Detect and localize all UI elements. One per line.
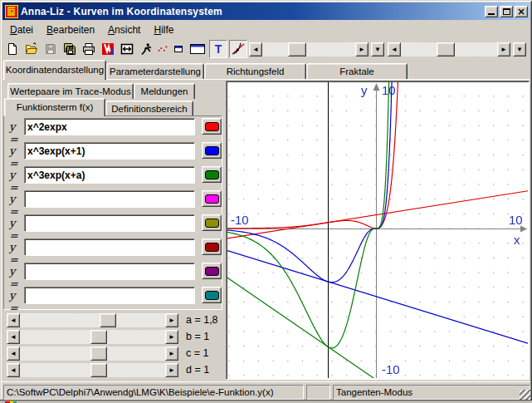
- dropdown-button-1[interactable]: ▼: [371, 42, 384, 57]
- save-all-icon: [63, 42, 76, 56]
- function-row: y =: [0, 287, 224, 305]
- slider-thumb[interactable]: [90, 363, 107, 377]
- function-term-input-2[interactable]: [24, 142, 195, 160]
- slider-thumb[interactable]: [90, 346, 107, 361]
- scrollbar-thumb[interactable]: [437, 42, 455, 57]
- slider-track[interactable]: [20, 313, 165, 327]
- slider-right-button[interactable]: ►: [165, 330, 178, 344]
- scrollbar-track[interactable]: [401, 42, 497, 57]
- curve-color-swatch: [205, 243, 219, 252]
- parameter-slider-b[interactable]: ◄►: [7, 330, 178, 344]
- function-term-input-8[interactable]: [24, 287, 195, 304]
- subtab-definitionsbereich[interactable]: Definitionsbereich: [105, 101, 193, 116]
- slider-track[interactable]: [20, 363, 165, 377]
- dropdown-button-2[interactable]: ▼: [513, 42, 526, 57]
- slider-thumb[interactable]: [90, 330, 107, 344]
- tangent-position-scrollbar[interactable]: ◄ ►: [249, 42, 368, 57]
- parameter-slider-d[interactable]: ◄►: [7, 363, 178, 377]
- function-term-input-4[interactable]: [24, 190, 195, 208]
- curve-color-swatch: [205, 146, 219, 155]
- slider-track[interactable]: [20, 330, 165, 344]
- parameter-slider-row: ◄►a = 1,8: [7, 313, 222, 327]
- app-window: Anna-Liz - Kurven im Koordinatensystem ×…: [0, 0, 532, 403]
- window-controls: ×: [485, 6, 528, 17]
- curve-color-swatch: [205, 170, 219, 179]
- title-bar[interactable]: Anna-Liz - Kurven im Koordinatensystem ×: [2, 2, 530, 20]
- animate-button[interactable]: [137, 40, 154, 58]
- curve-color-button-7[interactable]: [202, 263, 222, 279]
- curve-color-button-6[interactable]: [202, 238, 222, 255]
- window-large-button[interactable]: [188, 40, 207, 58]
- trace-points-button[interactable]: [156, 40, 169, 58]
- tangent-text-mode-button[interactable]: T: [209, 40, 227, 58]
- fit-range-button[interactable]: [118, 40, 135, 58]
- tab-richtungsfeld[interactable]: Richtungsfeld: [204, 63, 306, 80]
- function-row: y =: [0, 238, 224, 257]
- delete-curves-button[interactable]: [99, 40, 116, 58]
- tangent-mode-button[interactable]: [229, 40, 247, 58]
- scroll-left-button[interactable]: ◄: [249, 42, 262, 57]
- animate-runner-icon: [139, 42, 153, 56]
- slider-track[interactable]: [20, 346, 165, 361]
- subtab-wertepaare-im-trace-modus[interactable]: Wertepaare im Trace-Modus: [7, 83, 134, 99]
- close-button[interactable]: ×: [515, 6, 528, 17]
- window-small-button[interactable]: [171, 40, 186, 58]
- slider-right-button[interactable]: ►: [165, 313, 178, 327]
- slider-left-button[interactable]: ◄: [7, 330, 20, 344]
- minimize-button[interactable]: [485, 6, 498, 17]
- taskbar-sliver: [0, 400, 532, 403]
- new-document-icon: [6, 42, 19, 56]
- tab-fraktale[interactable]: Fraktale: [306, 63, 408, 80]
- graph-panel[interactable]: [226, 81, 530, 380]
- new-document-button[interactable]: [3, 40, 21, 58]
- save-all-button[interactable]: [61, 40, 78, 58]
- scroll-right-button[interactable]: ►: [355, 42, 368, 57]
- function-term-input-1[interactable]: [24, 118, 195, 135]
- tab-koordinatendarstellung[interactable]: Koordinatendarstellung: [3, 60, 106, 80]
- function-term-input-3[interactable]: [24, 166, 195, 184]
- menu-ansicht[interactable]: Ansicht: [101, 23, 147, 37]
- curve-color-button-2[interactable]: [202, 142, 222, 159]
- curve-color-button-8[interactable]: [202, 287, 222, 303]
- parameter-slider-c[interactable]: ◄►: [7, 346, 178, 361]
- menu-datei[interactable]: Datei: [3, 23, 40, 37]
- curve-color-button-1[interactable]: [202, 118, 222, 135]
- scroll-right-button[interactable]: ►: [497, 42, 510, 57]
- curve-color-swatch: [205, 291, 219, 300]
- function-term-input-5[interactable]: [24, 214, 195, 232]
- subtab-funktionsterm-f-x-[interactable]: Funktionsterm f(x): [4, 98, 105, 116]
- slider-left-button[interactable]: ◄: [7, 346, 20, 361]
- slider-left-button[interactable]: ◄: [7, 363, 20, 377]
- curve-color-button-4[interactable]: [202, 190, 222, 207]
- plot-canvas[interactable]: [227, 82, 528, 378]
- parameter-slider-a[interactable]: ◄►: [7, 313, 178, 327]
- scrollbar-track[interactable]: [262, 42, 355, 57]
- function-term-input-6[interactable]: [24, 238, 195, 256]
- print-button[interactable]: [80, 40, 97, 58]
- scroll-left-button[interactable]: ◄: [388, 42, 401, 57]
- maximize-button[interactable]: [500, 6, 513, 17]
- curve-color-swatch: [205, 122, 219, 131]
- curve-color-button-5[interactable]: [202, 214, 222, 231]
- secondary-scrollbar[interactable]: ◄ ►: [388, 42, 510, 57]
- open-file-button[interactable]: [22, 40, 40, 58]
- menu-hilfe[interactable]: Hilfe: [147, 23, 180, 37]
- curve-color-button-3[interactable]: [202, 166, 222, 183]
- trace-points-icon: [157, 42, 168, 56]
- slider-left-button[interactable]: ◄: [7, 313, 20, 327]
- curve-color-swatch: [205, 194, 219, 204]
- scrollbar-thumb[interactable]: [288, 42, 306, 57]
- save-button[interactable]: [41, 40, 59, 58]
- slider-right-button[interactable]: ►: [165, 346, 178, 361]
- parameter-value-label: a = 1,8: [186, 314, 218, 326]
- tangent-mode-icon: [231, 42, 246, 57]
- parameter-slider-row: ◄►c = 1: [7, 346, 222, 361]
- function-term-input-7[interactable]: [24, 263, 195, 280]
- tab-parameterdarstellung[interactable]: Parameterdarstellung: [106, 63, 204, 80]
- print-icon: [82, 42, 95, 56]
- menu-bearbeiten[interactable]: Bearbeiten: [40, 23, 101, 37]
- menu-bar: DateiBearbeitenAnsichtHilfe: [3, 22, 529, 37]
- slider-right-button[interactable]: ►: [165, 363, 178, 377]
- slider-thumb[interactable]: [100, 313, 116, 327]
- subtab-meldungen[interactable]: Meldungen: [134, 83, 195, 99]
